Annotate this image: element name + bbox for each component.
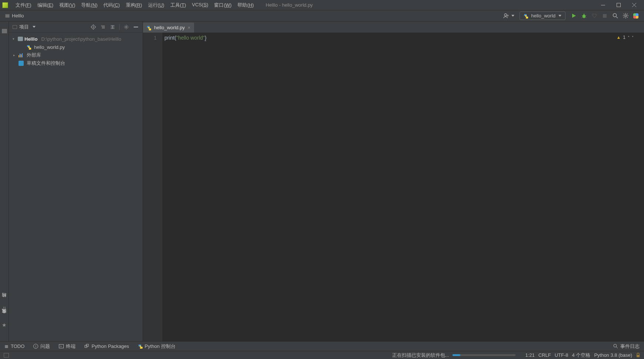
menu-file[interactable]: 文件(F) (13, 1, 34, 9)
tree-file-hello-world[interactable]: hello_world.py (9, 43, 143, 51)
star-icon[interactable]: ★ (2, 322, 7, 328)
packages-icon (84, 344, 89, 349)
svg-marker-7 (572, 14, 576, 18)
chevron-up-icon[interactable]: ˄ (628, 36, 630, 40)
svg-line-22 (627, 17, 628, 18)
problems-tool[interactable]: !问题 (33, 343, 50, 350)
python-console-tool[interactable]: Python 控制台 (138, 343, 176, 350)
code-with-me-button[interactable] (632, 12, 640, 20)
inspection-widget[interactable]: ▲ 1 ˄ ˅ (616, 35, 634, 40)
svg-point-8 (583, 14, 585, 18)
project-tree: ▾ Helllo D:\python_project\python_base\H… (9, 33, 143, 70)
window-icon (13, 25, 17, 29)
info-icon: ! (33, 344, 38, 349)
menu-help[interactable]: 帮助(H) (234, 1, 257, 9)
python-interpreter[interactable]: Python 3.8 (base) (594, 352, 632, 358)
todo-tool[interactable]: ≣TODO (4, 343, 24, 349)
project-sidebar: 项目 ▾ Helllo D:\python_project\python_bas… (9, 21, 143, 341)
menu-code[interactable]: 代码(C) (100, 1, 123, 9)
svg-point-52 (614, 344, 617, 347)
code-content[interactable]: print("hello world") ▲ 1 ˄ ˅ (162, 33, 644, 341)
locate-icon[interactable] (90, 24, 96, 30)
minimize-button[interactable] (600, 3, 605, 8)
menu-vcs[interactable]: VCS(S) (189, 1, 211, 9)
svg-line-21 (624, 14, 624, 14)
status-bar: 正在扫描已安装的软件包... 1:21 CRLF UTF-8 4 个空格 Pyt… (0, 351, 644, 359)
tree-project-root[interactable]: ▾ Helllo D:\python_project\python_base\H… (9, 35, 143, 43)
folder-icon (18, 37, 23, 41)
run-config-selector[interactable]: hello_world (520, 11, 565, 20)
project-icon (5, 14, 10, 18)
tool-window-quick-access-icon[interactable] (4, 353, 9, 358)
debug-button[interactable] (580, 12, 588, 20)
tree-scratches[interactable]: 草稿文件和控制台 (9, 59, 143, 67)
cursor-position[interactable]: 1:21 (525, 352, 534, 358)
terminal-tool[interactable]: >终端 (59, 343, 76, 350)
gutter: 1 (143, 33, 162, 341)
hide-icon[interactable] (133, 24, 139, 30)
run-button[interactable] (570, 12, 577, 20)
run-config-label: hello_world (531, 13, 555, 19)
chevron-down-icon[interactable]: ˅ (632, 36, 634, 40)
svg-point-38 (126, 26, 127, 28)
tree-external-libraries[interactable]: ▸ 外部库 (9, 51, 143, 59)
window-controls (600, 3, 642, 8)
menu-window[interactable]: 窗口(W) (211, 1, 234, 9)
python-file-icon (147, 26, 151, 30)
menu-view[interactable]: 视图(V) (56, 1, 78, 9)
search-everywhere-button[interactable] (611, 12, 619, 20)
expand-all-icon[interactable] (100, 24, 106, 30)
python-file-icon (27, 45, 31, 49)
scratch-icon (19, 61, 24, 66)
event-log-tool[interactable]: 事件日志 (613, 343, 640, 350)
svg-line-53 (616, 347, 618, 348)
coverage-button[interactable] (591, 12, 598, 20)
menu-tools[interactable]: 工具(T) (167, 1, 189, 9)
sidebar-title[interactable]: 项目 (13, 24, 36, 30)
menu-refactor[interactable]: 重构(R) (123, 1, 145, 9)
svg-point-26 (93, 26, 94, 27)
close-button[interactable] (631, 3, 637, 8)
main-body: 项目 结构 ⠿ 收藏夹 ★ 项目 (0, 21, 644, 341)
svg-text:>: > (60, 345, 62, 348)
navigation-bar: Helllo hello_world (0, 10, 644, 21)
user-dropdown-icon[interactable] (511, 15, 514, 17)
main-menu: 文件(F) 编辑(E) 视图(V) 导航(N) 代码(C) 重构(R) 运行(U… (13, 1, 257, 9)
file-encoding[interactable]: UTF-8 (555, 352, 568, 358)
svg-line-10 (582, 16, 583, 16)
structure-icon[interactable]: ⠿ (3, 306, 6, 312)
gear-icon[interactable] (123, 24, 129, 30)
breadcrumb-root[interactable]: Helllo (3, 12, 26, 19)
indent-setting[interactable]: 4 个空格 (572, 352, 591, 359)
python-packages-tool[interactable]: Python Packages (84, 343, 129, 349)
code-editor[interactable]: 1 print("hello world") ▲ 1 ˄ ˅ (143, 33, 644, 341)
svg-point-14 (613, 14, 616, 17)
svg-point-4 (504, 14, 507, 16)
settings-button[interactable] (622, 12, 629, 20)
close-tab-icon[interactable]: × (188, 25, 190, 30)
lock-icon[interactable] (636, 353, 640, 358)
maximize-button[interactable] (616, 3, 621, 8)
pycharm-icon (2, 2, 8, 8)
collapse-all-icon[interactable] (110, 24, 116, 30)
warning-icon: ▲ (616, 35, 621, 40)
editor-area: hello_world.py × 1 print("hello world") … (143, 21, 644, 341)
svg-line-12 (582, 17, 583, 18)
menu-edit[interactable]: 编辑(E) (34, 1, 56, 9)
add-user-icon[interactable] (503, 12, 510, 20)
stop-button[interactable] (601, 12, 608, 20)
left-rail: 项目 结构 ⠿ 收藏夹 ★ (0, 21, 9, 341)
rail-project-icon[interactable] (2, 29, 7, 33)
line-separator[interactable]: CRLF (538, 352, 551, 358)
menu-navigate[interactable]: 导航(N) (78, 1, 100, 9)
svg-line-24 (624, 17, 624, 18)
progress-bar (453, 354, 515, 356)
line-number-1: 1 (143, 35, 157, 41)
menu-run[interactable]: 运行(U) (145, 1, 167, 9)
list-icon: ≣ (4, 343, 9, 349)
bottom-tool-strip: ≣TODO !问题 >终端 Python Packages Python 控制台… (0, 341, 644, 351)
chevron-down-icon (558, 15, 561, 17)
svg-line-11 (585, 16, 586, 16)
chevron-down-icon: ▾ (13, 37, 16, 41)
tab-hello-world[interactable]: hello_world.py × (143, 23, 194, 33)
